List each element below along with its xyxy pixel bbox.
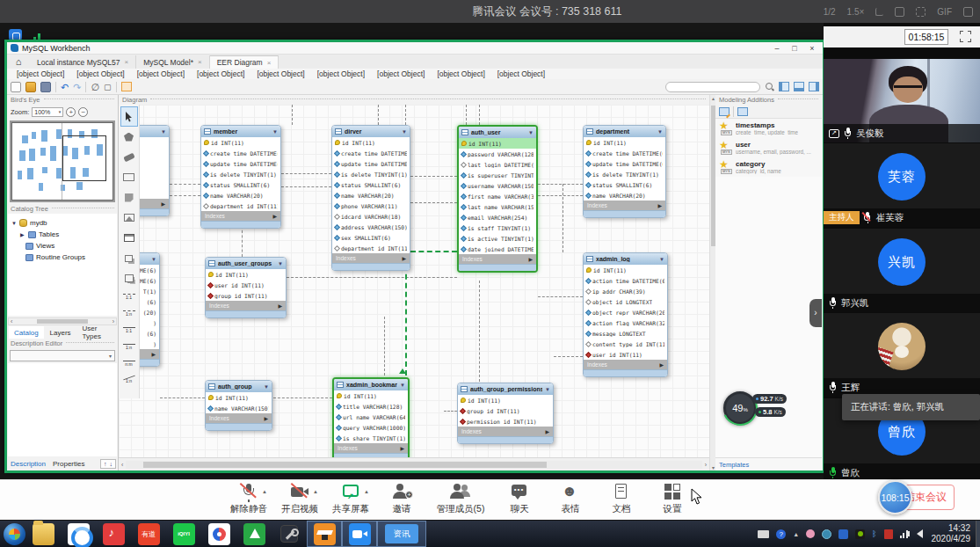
modeling-item[interactable]: ★MYS userusername, email, password, ... [715, 138, 822, 157]
image-tool[interactable] [120, 208, 138, 228]
rel-1n-dashed-tool[interactable]: 1:n [120, 305, 139, 322]
table-field[interactable]: id INT(11) [332, 137, 410, 148]
table-field[interactable]: id INT(11) [459, 138, 536, 149]
modeling-item[interactable]: ★MYS timestampscreate_time, update_time [715, 119, 822, 138]
zoom-select[interactable]: 100%▾ [32, 107, 63, 117]
modeling-item[interactable]: ★MYS categorycategory_id, name [715, 157, 822, 177]
table-field[interactable]: department_id INT(11) [332, 243, 410, 253]
note-tool[interactable] [120, 187, 138, 208]
taskbar-explorer[interactable] [25, 521, 61, 547]
rel-nm-tool[interactable]: n:m [120, 355, 139, 372]
table-field[interactable]: sex SMALLINT(6) [332, 232, 410, 243]
collapse-icon[interactable]: ▼ [151, 257, 156, 262]
taskbar-news[interactable]: 资讯 [377, 521, 426, 547]
bottom-tab-description[interactable]: Description [11, 460, 46, 468]
table-field[interactable]: create_time DATETIME(6) [584, 148, 665, 158]
open-folder-icon[interactable] [25, 82, 36, 92]
collapse-icon[interactable]: ▼ [161, 129, 166, 135]
table-tool[interactable] [120, 228, 138, 248]
start-button[interactable] [4, 523, 25, 545]
gif-button[interactable]: GIF [937, 7, 952, 17]
tray-expand-icon[interactable]: ▲ [793, 531, 799, 537]
share-screen-button[interactable]: ↗▲ 共享屏幕 [327, 482, 374, 515]
table-field[interactable]: is_staff TINYINT(1) [459, 222, 536, 233]
taskbar-meeting[interactable] [342, 521, 377, 547]
performance-gauge-widget[interactable]: 49% 92.7K/s 5.8K/s [723, 391, 789, 428]
tab-close-icon[interactable]: × [267, 59, 272, 67]
rel-11-solid-tool[interactable]: 1:1 [120, 322, 139, 339]
table-field[interactable]: status SMALLINT(6) [201, 179, 280, 190]
er-table-xadmin-log[interactable]: xadmin_log▼ id INT(11)action_time DATETI… [583, 252, 668, 377]
zoom-out-button[interactable]: − [78, 107, 88, 117]
tab-eer-diagram[interactable]: EER Diagram× [210, 55, 279, 69]
close-button[interactable]: × [805, 44, 819, 53]
menu-item[interactable]: [object Object] [431, 69, 490, 78]
crop-icon[interactable] [916, 7, 926, 17]
zoom-in-button[interactable]: + [66, 107, 76, 117]
maximize-button[interactable]: □ [788, 44, 802, 53]
window-title-bar[interactable]: MySQL Workbench – □ × [7, 42, 823, 55]
tab-mysql-model[interactable]: MySQL Model*× [136, 55, 210, 69]
taskbar-classroom[interactable] [307, 521, 342, 547]
toggle-right-panel-icon[interactable] [809, 82, 819, 91]
fullscreen-icon[interactable] [960, 31, 971, 42]
table-field[interactable]: name VARCHAR(20) [584, 190, 665, 201]
search-input[interactable] [665, 82, 760, 92]
new-diagram-icon[interactable] [121, 82, 132, 91]
table-field[interactable]: is_delete TINYINT(1) [201, 169, 280, 179]
window-mode-icon[interactable] [963, 7, 973, 17]
pin-icon[interactable] [875, 8, 883, 16]
table-field[interactable]: idcard VARCHAR(18) [332, 211, 410, 222]
chat-button[interactable]: ••• 聊天 [496, 482, 543, 515]
chevron-up-icon[interactable]: ▲ [364, 489, 369, 494]
minimize-button[interactable]: – [770, 44, 784, 53]
er-table-auth-group-permissions[interactable]: auth_group_permissions▼ id INT(11)group_… [457, 383, 554, 444]
panel-collapse-handle[interactable]: › [809, 299, 822, 327]
birds-eye-minimap[interactable] [10, 120, 115, 202]
rel-11-dashed-tool[interactable]: 1:1 [120, 288, 139, 305]
table-field[interactable]: content_type_id INT(11) [584, 339, 667, 349]
menu-item[interactable]: [object Object] [311, 69, 371, 78]
diagram-vscrollbar[interactable]: ▴▾ [709, 95, 715, 470]
new-document-icon[interactable] [11, 82, 21, 92]
tab-close-icon[interactable]: × [125, 58, 129, 66]
table-field[interactable]: group_id INT(11) [206, 290, 286, 301]
table-field[interactable]: first_name VARCHAR(30) [459, 191, 536, 201]
table-field[interactable]: is_active TINYINT(1) [459, 233, 536, 244]
collapse-icon[interactable]: ▼ [264, 384, 269, 390]
templates-tab[interactable]: Templates [715, 457, 822, 470]
table-field[interactable]: update_time DATETIME(6) [584, 158, 665, 169]
bluetooth-icon[interactable]: ᛒ [872, 529, 876, 538]
collapse-icon[interactable]: ▼ [528, 130, 534, 135]
table-field[interactable]: permission_id INT(11) [458, 416, 553, 427]
volume-icon[interactable] [917, 529, 923, 538]
documents-button[interactable]: 文档 [598, 482, 645, 515]
table-field[interactable]: user_id INT(11) [584, 349, 667, 360]
er-table-member[interactable]: member▼ id INT(11)create_time DATETIME(6… [200, 125, 281, 229]
chevron-up-icon[interactable]: ▲ [262, 489, 267, 494]
scale-indicator[interactable]: 1.5× [847, 7, 865, 17]
taskbar-clock[interactable]: 14:32 2020/4/29 [932, 523, 971, 544]
table-field[interactable]: is_share TINYINT(1) [334, 433, 408, 443]
table-field[interactable]: is_delete TINYINT(1) [584, 169, 665, 179]
table-field[interactable]: id INT(11) [458, 395, 553, 405]
table-field[interactable]: id INT(11) [206, 392, 272, 403]
table-field[interactable]: id INT(11) [201, 137, 280, 148]
taskbar-youdao[interactable]: 有道 [131, 521, 166, 547]
save-icon[interactable] [40, 82, 51, 92]
table-field[interactable]: email VARCHAR(254) [459, 212, 536, 222]
layer-tool[interactable] [120, 167, 138, 187]
panel-arrows[interactable]: ↑↓ [100, 459, 116, 469]
search-icon[interactable] [765, 82, 774, 91]
table-field[interactable]: status SMALLINT(6) [332, 179, 410, 190]
tab-local-instance[interactable]: Local instance MySQL57× [30, 55, 136, 69]
bottom-tab-properties[interactable]: Properties [53, 460, 84, 468]
toggle-bottom-panel-icon[interactable] [794, 82, 804, 91]
flower-app-icon[interactable] [806, 529, 815, 538]
eraser-tool[interactable] [120, 147, 138, 167]
er-table-department[interactable]: department▼ id INT(11)create_time DATETI… [583, 125, 666, 218]
table-field[interactable]: name VARCHAR(150) [206, 403, 272, 413]
er-table-dirver[interactable]: dirver▼ id INT(11)create_time DATETIME(6… [331, 125, 410, 271]
taskbar-iqiyi[interactable]: iQIYI [166, 521, 201, 547]
show-desktop-button[interactable] [976, 521, 980, 547]
